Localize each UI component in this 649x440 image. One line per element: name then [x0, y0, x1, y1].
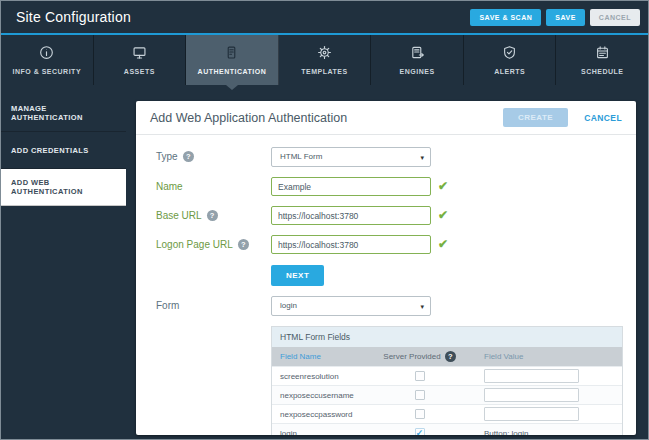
table-header-row: Field Name Server Provided Field Value [272, 347, 622, 366]
create-button[interactable]: CREATE [503, 108, 568, 127]
web-auth-form: Type HTML Form Name ✔ Base URL [136, 135, 636, 435]
name-label: Name [156, 177, 271, 192]
checkbox-checked[interactable]: ✓ [415, 428, 425, 435]
tab-bar: INFO & SECURITYASSETSAUTHENTICATIONTEMPL… [1, 33, 648, 85]
tab-label: AUTHENTICATION [198, 68, 267, 75]
templates-gear-icon [317, 45, 332, 64]
field-name-cell: nexposeccusername [272, 391, 377, 400]
logon-url-row: Logon Page URL ✔ [156, 235, 636, 254]
field-value-cell [462, 388, 622, 402]
tab-info-security[interactable]: INFO & SECURITY [1, 35, 94, 85]
panel-title: Add Web Application Authentication [150, 111, 347, 125]
type-label: Type [156, 147, 271, 162]
sidebar-item-manage-authentication[interactable]: MANAGE AUTHENTICATION [1, 95, 126, 132]
checkbox-unchecked[interactable] [415, 409, 425, 419]
sidebar-item-add-credentials[interactable]: ADD CREDENTIALS [1, 132, 126, 169]
page-title: Site Configuration [16, 9, 131, 25]
sidebar: MANAGE AUTHENTICATIONADD CREDENTIALSADD … [1, 95, 126, 206]
field-name-cell: login [272, 429, 377, 436]
sidebar-item-add-web-authentication[interactable]: ADD WEB AUTHENTICATION [1, 169, 126, 206]
server-provided-cell [377, 409, 462, 419]
save-button[interactable]: SAVE [546, 9, 585, 26]
table-row: login✓Button: login [272, 423, 622, 435]
name-row: Name ✔ [156, 177, 636, 196]
tab-assets[interactable]: ASSETS [94, 35, 187, 85]
server-provided-cell [377, 390, 462, 400]
field-value-cell: Button: login [462, 429, 622, 436]
type-select[interactable]: HTML Form [271, 147, 431, 167]
tab-label: INFO & SECURITY [13, 68, 82, 75]
tab-label: ALERTS [494, 68, 525, 75]
logon-url-label: Logon Page URL [156, 235, 271, 250]
form-select[interactable]: login [271, 296, 431, 316]
column-header-field-value: Field Value [462, 352, 622, 361]
panel-cancel-link[interactable]: CANCEL [584, 113, 622, 123]
assets-icon [132, 45, 147, 64]
base-url-label: Base URL [156, 206, 271, 221]
engines-icon [410, 45, 425, 64]
app-header: Site Configuration SAVE & SCAN SAVE CANC… [1, 1, 648, 33]
cancel-button[interactable]: CANCEL [590, 9, 640, 26]
field-value-input[interactable] [484, 407, 579, 421]
valid-check-icon: ✔ [438, 177, 448, 192]
alerts-shield-icon [502, 45, 517, 64]
server-provided-cell [377, 371, 462, 381]
active-tab-caret [226, 85, 238, 90]
tab-schedule[interactable]: SCHEDULE [556, 35, 648, 85]
chevron-down-icon [420, 297, 424, 316]
help-icon[interactable] [183, 151, 194, 162]
logon-url-input[interactable] [271, 235, 431, 254]
info-icon [39, 45, 54, 64]
base-url-row: Base URL ✔ [156, 206, 636, 225]
server-provided-cell: ✓ [377, 428, 462, 435]
field-value-input[interactable] [484, 369, 579, 383]
checkbox-unchecked[interactable] [415, 371, 425, 381]
tab-authentication[interactable]: AUTHENTICATION [186, 35, 279, 85]
schedule-calendar-icon [595, 45, 610, 64]
tab-engines[interactable]: ENGINES [371, 35, 464, 85]
help-icon[interactable] [445, 351, 456, 362]
add-web-auth-panel: Add Web Application Authentication CREAT… [136, 101, 636, 435]
table-title: HTML Form Fields [272, 327, 622, 347]
table-row: screenresolution [272, 366, 622, 385]
content-area: MANAGE AUTHENTICATIONADD CREDENTIALSADD … [1, 85, 648, 439]
field-name-cell: nexposeccpassword [272, 410, 377, 419]
field-value-input[interactable] [484, 388, 579, 402]
chevron-down-icon [420, 148, 424, 167]
tab-label: TEMPLATES [301, 68, 347, 75]
tab-label: ENGINES [400, 68, 435, 75]
next-row: NEXT [271, 264, 636, 286]
field-value-cell [462, 369, 622, 383]
tab-label: ASSETS [124, 68, 155, 75]
base-url-input[interactable] [271, 206, 431, 225]
html-form-fields-table: HTML Form Fields Field Name Server Provi… [271, 326, 623, 435]
next-button[interactable]: NEXT [271, 265, 324, 286]
table-row: nexposeccpassword [272, 404, 622, 423]
name-input[interactable] [271, 177, 431, 196]
column-header-server-provided: Server Provided [377, 351, 462, 362]
field-value-cell [462, 407, 622, 421]
help-icon[interactable] [207, 210, 218, 221]
authentication-icon [224, 45, 239, 64]
header-actions: SAVE & SCAN SAVE CANCEL [470, 9, 640, 26]
panel-header: Add Web Application Authentication CREAT… [136, 101, 636, 135]
field-name-cell: screenresolution [272, 372, 377, 381]
column-header-field-name: Field Name [272, 352, 377, 361]
help-icon[interactable] [238, 239, 249, 250]
form-select-row: Form login [156, 296, 636, 316]
table-row: nexposeccusername [272, 385, 622, 404]
tab-templates[interactable]: TEMPLATES [279, 35, 372, 85]
type-row: Type HTML Form [156, 147, 636, 167]
tab-label: SCHEDULE [581, 68, 624, 75]
form-label: Form [156, 296, 271, 311]
valid-check-icon: ✔ [438, 235, 448, 250]
table-body: screenresolutionnexposeccusernamenexpose… [272, 366, 622, 435]
checkbox-unchecked[interactable] [415, 390, 425, 400]
save-and-scan-button[interactable]: SAVE & SCAN [470, 9, 541, 26]
tab-alerts[interactable]: ALERTS [464, 35, 557, 85]
valid-check-icon: ✔ [438, 206, 448, 221]
